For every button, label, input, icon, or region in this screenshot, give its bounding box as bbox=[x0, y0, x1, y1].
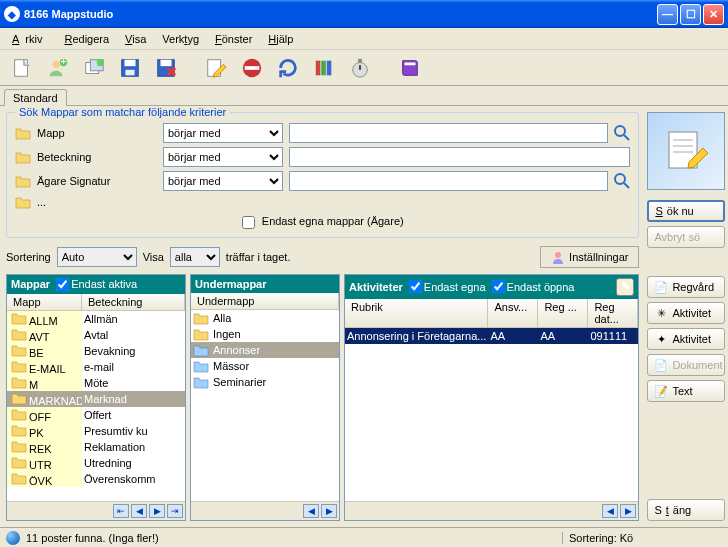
chk-only-own[interactable] bbox=[242, 216, 255, 229]
folder-icon bbox=[15, 126, 31, 140]
list-item[interactable]: AVTAvtal bbox=[7, 327, 185, 343]
select-visa[interactable]: alla bbox=[170, 247, 220, 267]
nav-next-icon[interactable]: ▶ bbox=[149, 504, 165, 518]
list-item[interactable]: PKPresumtiv ku bbox=[7, 423, 185, 439]
menu-arkiv[interactable]: Arkiv bbox=[6, 31, 54, 47]
minimize-button[interactable]: — bbox=[657, 4, 678, 25]
aktivitet-button[interactable]: ✦Aktivitet bbox=[647, 328, 725, 350]
list-item[interactable]: Mässor bbox=[191, 358, 339, 374]
input-mapp[interactable] bbox=[289, 123, 608, 143]
status-sort: Sortering: Kö bbox=[562, 532, 722, 544]
menu-verktyg[interactable]: Verktyg bbox=[156, 31, 205, 47]
menu-hjalp[interactable]: Hjälp bbox=[262, 31, 299, 47]
nav-first-icon[interactable]: ⇤ bbox=[113, 504, 129, 518]
nav-last-icon[interactable]: ⇥ bbox=[167, 504, 183, 518]
nav-next-icon[interactable]: ▶ bbox=[620, 504, 636, 518]
list-item[interactable]: OFFOffert bbox=[7, 407, 185, 423]
list-item[interactable]: E-MAILe-mail bbox=[7, 359, 185, 375]
aktiv-list[interactable]: Annonsering i Företagarna...AAAA091111 bbox=[345, 328, 638, 501]
op-mapp[interactable]: börjar med bbox=[163, 123, 283, 143]
tool-new-user-icon[interactable]: + bbox=[44, 54, 72, 82]
list-item[interactable]: Annonsering i Företagarna...AAAA091111 bbox=[345, 328, 638, 344]
label-mapp: Mapp bbox=[37, 127, 157, 139]
list-item[interactable]: ALLMAllmän bbox=[7, 311, 185, 327]
input-agare[interactable] bbox=[289, 171, 608, 191]
chk-endast-aktiva[interactable] bbox=[56, 278, 69, 291]
col-mapp[interactable]: Mapp bbox=[7, 294, 82, 310]
mappar-list[interactable]: ALLMAllmänAVTAvtalBEBevakningE-MAILe-mai… bbox=[7, 311, 185, 501]
doc-icon: 📄 bbox=[654, 358, 668, 372]
panel-aktiv-title: Aktiviteter bbox=[349, 281, 403, 293]
nav-next-icon[interactable]: ▶ bbox=[321, 504, 337, 518]
col-beteckning[interactable]: Beteckning bbox=[82, 294, 185, 310]
menu-visa[interactable]: Visa bbox=[119, 31, 152, 47]
svg-line-22 bbox=[624, 135, 629, 140]
tool-edit-icon[interactable] bbox=[202, 54, 230, 82]
col-ansv[interactable]: Ansv... bbox=[488, 299, 538, 327]
menu-fonster[interactable]: Fönster bbox=[209, 31, 258, 47]
tool-refresh-icon[interactable] bbox=[274, 54, 302, 82]
list-item[interactable]: Ingen bbox=[191, 326, 339, 342]
svg-rect-11 bbox=[161, 59, 172, 65]
list-item[interactable]: UTRUtredning bbox=[7, 455, 185, 471]
op-beteckning[interactable]: börjar med bbox=[163, 147, 283, 167]
label-more[interactable]: ... bbox=[37, 196, 157, 208]
label-only-own: Endast egna mappar (Ägare) bbox=[262, 215, 404, 227]
list-item[interactable]: Seminarier bbox=[191, 374, 339, 390]
op-agare[interactable]: börjar med bbox=[163, 171, 283, 191]
tool-books-icon[interactable] bbox=[310, 54, 338, 82]
tab-standard[interactable]: Standard bbox=[4, 89, 67, 106]
search-icon[interactable] bbox=[614, 173, 630, 189]
col-reg[interactable]: Reg ... bbox=[538, 299, 588, 327]
aktivitet-new-button[interactable]: ✳Aktivitet bbox=[647, 302, 725, 324]
tab-strip: Standard bbox=[0, 86, 728, 106]
tool-book-icon[interactable] bbox=[396, 54, 424, 82]
close-button[interactable]: ✕ bbox=[703, 4, 724, 25]
user-icon bbox=[551, 250, 565, 264]
tool-timer-icon[interactable] bbox=[346, 54, 374, 82]
text-button[interactable]: 📝Text bbox=[647, 380, 725, 402]
list-item[interactable]: BEBevakning bbox=[7, 343, 185, 359]
stang-button[interactable]: Stäng bbox=[647, 499, 725, 521]
col-rubrik[interactable]: Rubrik bbox=[345, 299, 488, 327]
label-visa: Visa bbox=[143, 251, 164, 263]
folder-icon bbox=[15, 150, 31, 164]
maximize-button[interactable]: ☐ bbox=[680, 4, 701, 25]
settings-button[interactable]: Inställningar bbox=[540, 246, 639, 268]
nav-prev-icon[interactable]: ◀ bbox=[602, 504, 618, 518]
chk-endast-oppna[interactable] bbox=[492, 280, 505, 293]
tool-kontakt-icon[interactable] bbox=[238, 54, 266, 82]
svg-rect-8 bbox=[125, 59, 136, 65]
tool-new-folder-icon[interactable] bbox=[80, 54, 108, 82]
input-beteckning[interactable] bbox=[289, 147, 630, 167]
sok-nu-button[interactable]: Sök nu bbox=[647, 200, 725, 222]
nav-prev-icon[interactable]: ◀ bbox=[303, 504, 319, 518]
list-item[interactable]: ÖVKÖverenskomm bbox=[7, 471, 185, 487]
panel-undermappar: Undermappar Undermapp AllaIngenAnnonserM… bbox=[190, 274, 340, 521]
under-list[interactable]: AllaIngenAnnonserMässorSeminarier bbox=[191, 310, 339, 501]
chk-endast-egna[interactable] bbox=[409, 280, 422, 293]
search-icon[interactable] bbox=[614, 125, 630, 141]
col-regdat[interactable]: Reg dat... bbox=[588, 299, 638, 327]
tool-save-icon[interactable] bbox=[116, 54, 144, 82]
list-item[interactable]: MARKNADMarknad bbox=[7, 391, 185, 407]
dokument-button: 📄Dokument bbox=[647, 354, 725, 376]
tool-new-doc-icon[interactable] bbox=[8, 54, 36, 82]
nav-prev-icon[interactable]: ◀ bbox=[131, 504, 147, 518]
tool-delete-icon[interactable] bbox=[152, 54, 180, 82]
app-icon: ◆ bbox=[4, 6, 20, 22]
menu-redigera[interactable]: Redigera bbox=[58, 31, 115, 47]
select-sortering[interactable]: Auto bbox=[57, 247, 137, 267]
list-item[interactable]: Alla bbox=[191, 310, 339, 326]
regvard-button[interactable]: 📄Regvård bbox=[647, 276, 725, 298]
svg-rect-15 bbox=[316, 60, 321, 75]
svg-point-25 bbox=[555, 252, 561, 258]
aktiv-toolbtn-icon[interactable]: ✎ bbox=[616, 278, 634, 296]
label-sortering: Sortering bbox=[6, 251, 51, 263]
panel-mappar: Mappar Endast aktiva Mapp Beteckning ALL… bbox=[6, 274, 186, 521]
label-agare: Ägare Signatur bbox=[37, 175, 157, 187]
list-item[interactable]: REKReklamation bbox=[7, 439, 185, 455]
list-item[interactable]: MMöte bbox=[7, 375, 185, 391]
col-undermapp[interactable]: Undermapp bbox=[191, 293, 339, 309]
list-item[interactable]: Annonser bbox=[191, 342, 339, 358]
